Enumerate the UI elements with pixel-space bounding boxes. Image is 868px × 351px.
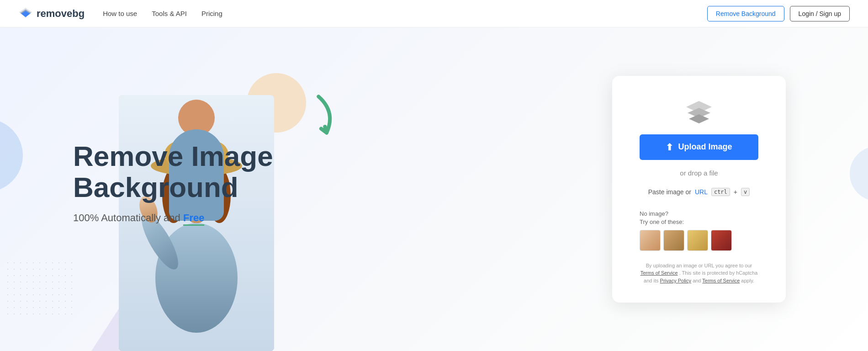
sample-images-row: No image? Try one of these: — [640, 210, 758, 251]
dots-decoration — [5, 260, 78, 314]
hero-title: Remove Image Background — [73, 141, 273, 203]
tos-terms-link-2[interactable]: Terms of Service — [702, 278, 740, 283]
privacy-policy-link[interactable]: Privacy Policy — [660, 278, 691, 283]
tos-terms-link-1[interactable]: Terms of Service — [640, 270, 678, 276]
logo-icon — [18, 6, 33, 21]
free-word: Free — [183, 212, 204, 226]
v-key: v — [741, 188, 750, 196]
or-drop-label: or drop a file — [680, 169, 718, 177]
paste-label: Paste image or — [648, 188, 691, 196]
nav-how-to-use[interactable]: How to use — [103, 10, 137, 17]
sample-thumb-dog[interactable] — [663, 230, 684, 251]
plus-separator: + — [734, 188, 737, 196]
tos-text: By uploading an image or URL you agree t… — [640, 262, 758, 285]
navbar-left: removebg How to use Tools & API Pricing — [18, 6, 222, 21]
sample-thumbs — [640, 230, 758, 251]
sample-thumb-car[interactable] — [711, 230, 732, 251]
hero-subtitle: 100% Automatically and Free — [73, 212, 273, 224]
nav-pricing[interactable]: Pricing — [201, 10, 222, 17]
hero-section: Remove Image Background 100% Automatical… — [0, 27, 868, 351]
sample-thumb-bread[interactable] — [687, 230, 708, 251]
url-link[interactable]: URL — [695, 188, 708, 196]
upload-icon: ⬆ — [666, 142, 673, 153]
upload-card: ⬆ Upload Image or drop a file Paste imag… — [612, 76, 786, 303]
paste-bar: Paste image or URL ctrl + v — [648, 188, 750, 196]
sample-thumb-person[interactable] — [640, 230, 661, 251]
ctrl-key: ctrl — [711, 188, 730, 196]
logo-text: removebg — [37, 8, 85, 20]
navbar: removebg How to use Tools & API Pricing … — [0, 0, 868, 27]
no-image-text: No image? Try one of these: — [640, 210, 758, 226]
hero-text: Remove Image Background 100% Automatical… — [73, 141, 273, 238]
logo[interactable]: removebg — [18, 6, 85, 21]
login-signup-button[interactable]: Login / Sign up — [790, 6, 850, 21]
arc-left-decoration — [0, 119, 23, 192]
nav-tools-api[interactable]: Tools & API — [152, 10, 187, 17]
remove-background-button[interactable]: Remove Background — [707, 6, 784, 21]
layers-icon — [685, 99, 713, 122]
upload-image-button[interactable]: ⬆ Upload Image — [640, 134, 758, 160]
arc-right-decoration — [850, 146, 868, 201]
navbar-right: Remove Background Login / Sign up — [707, 6, 850, 21]
nav-links: How to use Tools & API Pricing — [103, 10, 222, 18]
svg-marker-20 — [689, 114, 709, 123]
upload-button-label: Upload Image — [678, 142, 732, 152]
